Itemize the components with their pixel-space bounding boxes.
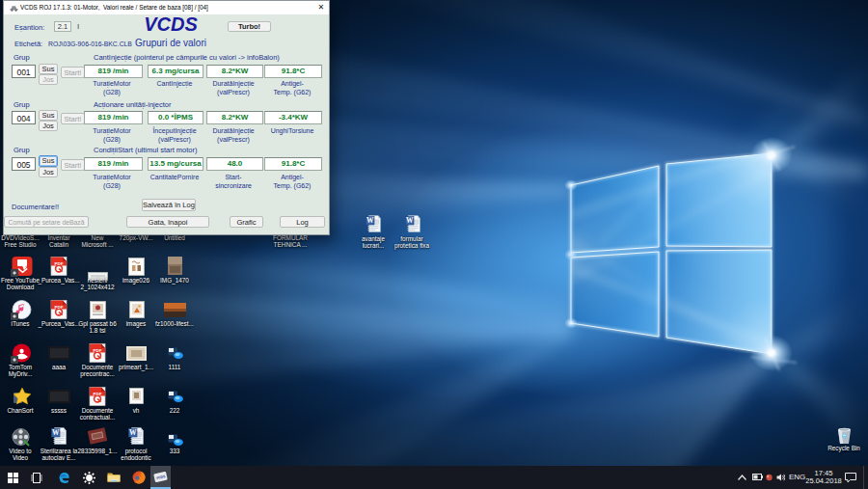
svg-text:PDF: PDF — [94, 348, 102, 353]
svg-text:W: W — [129, 428, 137, 437]
svg-text:W: W — [366, 216, 374, 225]
svg-text:PDF: PDF — [55, 305, 64, 310]
svg-text:PDF: PDF — [55, 261, 64, 266]
svg-text:W: W — [52, 428, 60, 437]
svg-text:PDF: PDF — [94, 392, 102, 396]
svg-text:W: W — [406, 216, 414, 225]
